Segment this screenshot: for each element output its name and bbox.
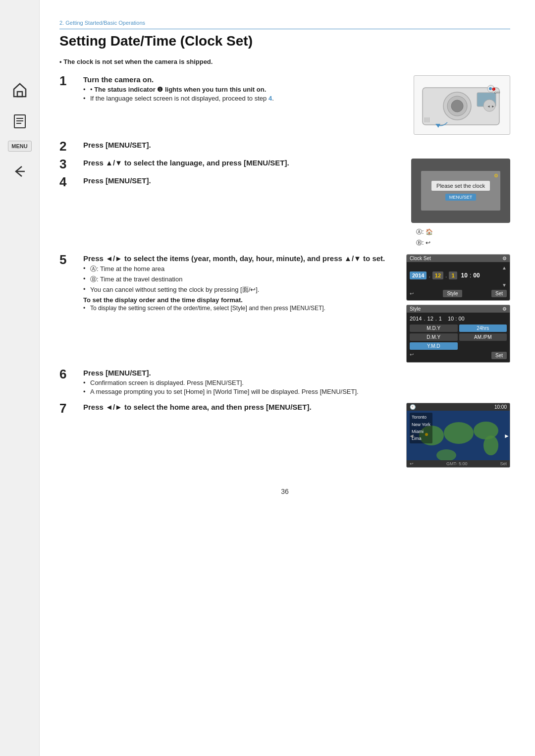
cs-day: 1 <box>449 271 457 279</box>
menu-set-btn: MENU/SET <box>445 194 477 201</box>
breadcrumb: 2. Getting Started/Basic Operations <box>59 20 510 29</box>
cs-hour: 10 <box>461 272 468 279</box>
ss-opt-24hrs: 24hrs <box>459 324 507 332</box>
sm-gmt: GMT- 5:00 <box>446 461 468 466</box>
step-34-container: 3 Press ▲/▼ to select the language, and … <box>59 159 510 248</box>
step-7-content: Press ◄/► to select the home area, and t… <box>83 403 396 413</box>
sm-header: 🕙 10:00 <box>407 403 510 411</box>
step-5-container: 5 Press ◄/► to select the items (year, m… <box>59 254 510 363</box>
ss-time: 10 : 00 <box>448 316 465 322</box>
cs-header-title: Clock Set <box>410 256 431 261</box>
top-note: The clock is not set when the camera is … <box>59 58 510 65</box>
label-b: Ⓑ: ↩ <box>416 238 433 249</box>
step-6-row: 6 Press [MENU/SET]. Confirmation screen … <box>59 369 510 397</box>
step-3-row: 3 Press ▲/▼ to select the language, and … <box>59 159 401 170</box>
step-6-bullet-1: Confirmation screen is displayed. Press … <box>83 379 510 386</box>
step-4-content: Press [MENU/SET]. <box>83 176 401 187</box>
sm-set: Set <box>500 461 507 466</box>
ss-options: M.D.Y 24hrs D.M.Y AM./PM Y.M.D <box>410 324 507 350</box>
ss-date-row: 2014 . 12 . 1 10 : 00 <box>410 316 507 322</box>
sm-cities: Toronto New York Miami Lima <box>410 413 432 443</box>
step-5-row: 5 Press ◄/► to select the items (year, m… <box>59 254 396 313</box>
sm-time: 10:00 <box>494 404 507 410</box>
cs-nav: ↩ Style Set <box>410 290 507 297</box>
step-5-bullets: Ⓐ: Time at the home area Ⓑ: Time at the … <box>83 265 396 294</box>
step-2-title: Press [MENU/SET]. <box>83 141 510 149</box>
step-3-number: 3 <box>59 158 79 170</box>
svg-text:◄ ►: ◄ ► <box>487 105 495 108</box>
step-5-bullet-1: Ⓐ: Time at the home area <box>83 265 396 273</box>
gear-icon: ⚙ <box>494 173 498 178</box>
style-screen: Style ⚙ 2014 . 12 . 1 10 : 00 M.D.Y 24hr… <box>406 305 510 363</box>
step-6-content: Press [MENU/SET]. Confirmation screen is… <box>83 369 510 397</box>
page-number: 36 <box>59 487 510 495</box>
cs-back-arrow: ↩ <box>410 291 414 296</box>
cs-year: 2014 <box>410 271 427 279</box>
step-5-subnote-title: To set the display order and the time di… <box>83 296 396 304</box>
step-1-title: Turn the camera on. <box>83 75 404 84</box>
step-1-bullet-1: • The status indicator ❶ lights when you… <box>83 86 404 93</box>
ss-year: 2014 <box>410 316 422 322</box>
step-1-left: 1 Turn the camera on. • The status indic… <box>59 75 404 109</box>
inner-screen: ⚙ Please set the clock MENU/SET <box>421 171 500 211</box>
sm-body: ◄ ► Toronto New York Miami Lima <box>407 411 510 460</box>
step-4-title: Press [MENU/SET]. <box>83 176 401 185</box>
screen-clock-mockup: ⚙ Please set the clock MENU/SET <box>411 159 510 223</box>
svg-text:►: ► <box>504 432 510 439</box>
step-2-number: 2 <box>59 140 79 153</box>
menu-button[interactable]: MENU <box>8 141 32 152</box>
step-5-right: Clock Set ⚙ ▲ 2014 . 12 . 1 10 : <box>406 254 510 363</box>
ss-header-title: Style <box>410 306 421 312</box>
step-7-row: 7 Press ◄/► to select the home area, and… <box>59 403 396 415</box>
step-5-bullet-2: Ⓑ: Time at the travel destination <box>83 275 396 284</box>
step-6-bullet-2: A message prompting you to set [Home] in… <box>83 388 510 395</box>
home-icon[interactable] <box>9 79 31 101</box>
ss-set-btn: Set <box>491 352 507 359</box>
svg-point-23 <box>483 435 498 455</box>
sm-footer: ↩ GMT- 5:00 Set <box>407 460 510 467</box>
city-2: New York <box>412 421 430 428</box>
step-2-row: 2 Press [MENU/SET]. <box>59 141 510 153</box>
document-icon[interactable] <box>9 110 31 132</box>
step-3-title: Press ▲/▼ to select the language, and pr… <box>83 159 401 167</box>
step-5-bullet-3: You can cancel without setting the clock… <box>83 285 396 294</box>
step-6-bullets: Confirmation screen is displayed. Press … <box>83 379 510 395</box>
back-icon[interactable] <box>9 161 31 182</box>
ss-back: ↩ <box>410 352 414 359</box>
sm-back: ↩ <box>410 461 414 466</box>
clock-text: Please set the clock <box>431 181 490 191</box>
ss-opt-ymd: Y.M.D <box>410 342 458 350</box>
step-7-right: 🕙 10:00 <box>406 403 510 468</box>
cs-header-gear: ⚙ <box>502 256 507 261</box>
step-5-subnote-1: To display the setting screen of the ord… <box>83 305 396 312</box>
camera-illustration: ❶ OFF ◄ ► <box>414 75 510 135</box>
cs-month: 12 <box>432 271 443 279</box>
svg-rect-0 <box>17 92 22 97</box>
ss-opt-ampm: AM./PM <box>459 333 507 341</box>
step-1-bullet-2: If the language select screen is not dis… <box>83 95 404 102</box>
cs-date-row: 2014 . 12 . 1 10 : 00 <box>410 271 507 279</box>
step-7-title: Press ◄/► to select the home area, and t… <box>83 403 396 411</box>
ss-nav: ↩ Set <box>410 352 507 359</box>
ss-day: 1 <box>439 316 442 322</box>
step-5-left: 5 Press ◄/► to select the items (year, m… <box>59 254 396 319</box>
step-7-container: 7 Press ◄/► to select the home area, and… <box>59 403 510 468</box>
svg-point-22 <box>474 422 498 439</box>
step-7-number: 7 <box>59 402 79 415</box>
step-6-title: Press [MENU/SET]. <box>83 369 510 377</box>
ss-opt-mdy: M.D.Y <box>410 324 458 332</box>
cs-header: Clock Set ⚙ <box>407 255 510 262</box>
svg-point-8 <box>451 100 463 112</box>
step-1-right: ❶ OFF ◄ ► <box>414 75 510 135</box>
cs-style-btn: Style <box>443 290 462 297</box>
sm-clock-icon: 🕙 <box>410 404 416 410</box>
city-4: Lima <box>412 435 430 442</box>
city-1: Toronto <box>412 414 430 421</box>
step-2-content: Press [MENU/SET]. <box>83 141 510 151</box>
step-1-container: 1 Turn the camera on. • The status indic… <box>59 75 510 135</box>
city-3: Miami <box>412 428 430 435</box>
ss-opt-dmy: D.M.Y <box>410 333 458 341</box>
step-34-left: 3 Press ▲/▼ to select the language, and … <box>59 159 401 194</box>
clockset-screen: Clock Set ⚙ ▲ 2014 . 12 . 1 10 : <box>406 254 510 301</box>
ss-header: Style ⚙ <box>407 305 510 313</box>
